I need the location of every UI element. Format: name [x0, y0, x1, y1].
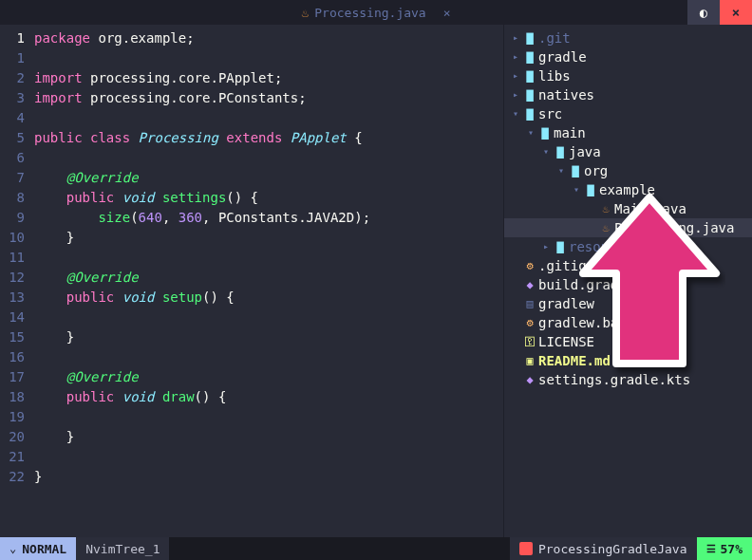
code-line[interactable]: @Override: [34, 268, 503, 288]
line-number: 3: [0, 88, 25, 108]
java-icon: ♨: [597, 199, 614, 218]
tree-label: natives: [538, 85, 594, 104]
md-icon: ▣: [521, 351, 538, 370]
chevron-down-icon[interactable]: [540, 142, 552, 161]
code-line[interactable]: public void setup() {: [34, 288, 503, 308]
line-number: 22: [0, 467, 25, 487]
status-line: ⌄ NORMAL NvimTree_1 ProcessingGradleJava…: [0, 537, 752, 560]
line-number: 18: [0, 387, 25, 407]
code-line[interactable]: import processing.core.PApplet;: [34, 68, 503, 88]
tree-node[interactable]: ▇main: [504, 123, 752, 142]
line-number: 9: [0, 208, 25, 228]
line-number: 11: [0, 248, 25, 268]
tree-node[interactable]: ♨Processing.java: [504, 218, 752, 237]
tree-node[interactable]: ▇resources: [504, 237, 752, 256]
chevron-right-icon[interactable]: [510, 47, 521, 66]
code-line[interactable]: @Override: [34, 168, 503, 188]
tree-label: build.gradle.kts: [538, 275, 667, 294]
buffer-segment: NvimTree_1: [76, 537, 169, 560]
tree-node[interactable]: ▤gradlew: [504, 294, 752, 313]
tree-label: LICENSE: [538, 332, 594, 351]
progress-icon: ☰: [706, 543, 715, 555]
chevron-down-icon[interactable]: [525, 123, 536, 142]
chevron-down-icon[interactable]: [510, 104, 521, 123]
code-line[interactable]: }: [34, 427, 503, 447]
tree-node[interactable]: ◆settings.gradle.kts: [504, 370, 752, 389]
line-number: 19: [0, 407, 25, 427]
code-line[interactable]: [34, 148, 503, 168]
tree-node[interactable]: ⚿LICENSE: [504, 332, 752, 351]
folder-icon: ▇: [521, 28, 538, 47]
tree-node[interactable]: ▇java: [504, 142, 752, 161]
txt-icon: ▤: [521, 294, 538, 313]
code-line[interactable]: [34, 347, 503, 367]
chevron-right-icon[interactable]: [510, 66, 521, 85]
code-line[interactable]: [34, 108, 503, 128]
line-gutter: 112345678910111213141516171819202122: [0, 28, 34, 537]
tree-label: README.md: [538, 351, 611, 370]
tab-close-icon[interactable]: ×: [443, 6, 451, 20]
tree-label: .gitignore: [538, 256, 618, 275]
gear-icon: ⚙: [521, 313, 538, 332]
code-line[interactable]: [34, 48, 503, 68]
tree-node[interactable]: ⚙gradlew.bat: [504, 313, 752, 332]
tree-label: resources: [569, 237, 641, 256]
recording-icon: [519, 542, 533, 555]
gradle-icon: ◆: [521, 275, 538, 294]
branch-segment: ProcessingGradleJava: [510, 537, 697, 560]
window-close-button[interactable]: ×: [720, 0, 752, 25]
line-number: 20: [0, 427, 25, 447]
chevron-down-icon[interactable]: [555, 161, 567, 180]
folder-open-icon: ▇: [552, 142, 569, 161]
code-line[interactable]: [34, 248, 503, 268]
tree-node[interactable]: ▇gradle: [504, 47, 752, 66]
code-editor[interactable]: 112345678910111213141516171819202122 pac…: [0, 25, 503, 537]
titlebar-filename: Processing.java: [314, 6, 425, 20]
line-number: 4: [0, 108, 25, 128]
line-number: 15: [0, 327, 25, 347]
code-line[interactable]: }: [34, 467, 503, 487]
tree-label: gradlew: [538, 294, 594, 313]
window-toggle-button[interactable]: ◐: [687, 0, 720, 25]
buffer-name: NvimTree_1: [85, 542, 160, 556]
chevron-down-icon[interactable]: [571, 180, 582, 199]
code-line[interactable]: [34, 447, 503, 467]
tree-node[interactable]: ▇example: [504, 180, 752, 199]
code-line[interactable]: import processing.core.PConstants;: [34, 88, 503, 108]
code-line[interactable]: package org.example;: [34, 28, 503, 48]
tree-node[interactable]: ▇org: [504, 161, 752, 180]
line-number: 1: [0, 48, 25, 68]
gradle-icon: ◆: [521, 370, 538, 389]
tree-node[interactable]: ▇src: [504, 104, 752, 123]
tree-node[interactable]: ♨Main.java: [504, 199, 752, 218]
tree-label: gradlew.bat: [538, 313, 627, 332]
chevron-right-icon[interactable]: [540, 237, 552, 256]
code-line[interactable]: size(640, 360, PConstants.JAVA2D);: [34, 208, 503, 228]
folder-icon: ▇: [521, 47, 538, 66]
mode-label: NORMAL: [22, 542, 66, 556]
tree-label: libs: [538, 66, 571, 85]
chevron-right-icon[interactable]: [510, 28, 521, 47]
tree-node[interactable]: ◆build.gradle.kts: [504, 275, 752, 294]
tree-node[interactable]: ⚙.gitignore: [504, 256, 752, 275]
code-area[interactable]: package org.example; import processing.c…: [34, 28, 503, 537]
chevron-right-icon[interactable]: [510, 85, 521, 104]
code-line[interactable]: }: [34, 327, 503, 347]
code-line[interactable]: }: [34, 228, 503, 248]
tree-node[interactable]: ▇libs: [504, 66, 752, 85]
line-number: 14: [0, 308, 25, 327]
tree-label: org: [584, 161, 608, 180]
line-number: 5: [0, 128, 25, 148]
tree-node[interactable]: ▣README.md: [504, 351, 752, 370]
code-line[interactable]: public void draw() {: [34, 387, 503, 407]
file-tree[interactable]: ▇.git▇gradle▇libs▇natives▇src▇main▇java▇…: [503, 25, 752, 537]
tree-node[interactable]: ▇natives: [504, 85, 752, 104]
line-number: 16: [0, 347, 25, 367]
code-line[interactable]: public void settings() {: [34, 188, 503, 208]
tree-node[interactable]: ▇.git: [504, 28, 752, 47]
tree-label: Main.java: [614, 199, 686, 218]
code-line[interactable]: [34, 308, 503, 327]
code-line[interactable]: @Override: [34, 367, 503, 387]
code-line[interactable]: public class Processing extends PApplet …: [34, 128, 503, 148]
code-line[interactable]: [34, 407, 503, 427]
